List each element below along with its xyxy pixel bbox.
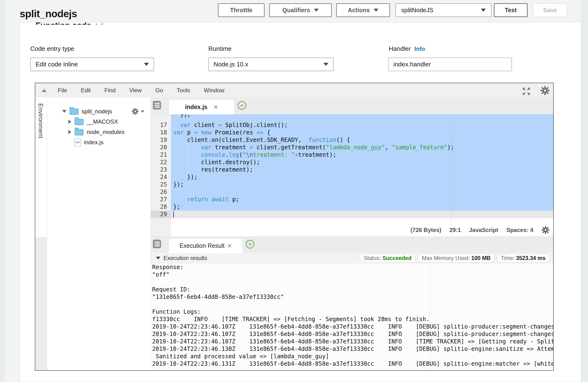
chevron-right-icon[interactable] xyxy=(68,130,71,134)
menu-item-tools[interactable]: Tools xyxy=(177,87,190,94)
throttle-label: Throttle xyxy=(230,7,252,14)
code-line-20[interactable]: var treatment = client.getTreatment("lam… xyxy=(171,144,553,151)
code-line-26[interactable] xyxy=(171,188,553,196)
indentation-setting[interactable]: Spaces: 4 xyxy=(506,227,533,233)
badge-time: Time: 3523.34 ms xyxy=(497,253,550,263)
save-button[interactable]: Save xyxy=(533,3,567,17)
editor-menubar: FileEditFindViewGoToolsWindow xyxy=(35,83,553,98)
text-cursor xyxy=(173,211,174,218)
line-number-gutter: 17181920212223242526272829 xyxy=(151,114,171,237)
folder-icon xyxy=(75,119,84,125)
gutter-line-number: 23 xyxy=(151,166,171,173)
tree-item-label: split_nodejs xyxy=(82,108,112,115)
tree-item-node_modules[interactable]: node_modules xyxy=(47,127,150,137)
file-tree: split_nodejs __MACOSXnode_modules<>index… xyxy=(47,97,151,370)
code-line-19[interactable]: client.on(client.Event.SDK_READY, functi… xyxy=(171,136,553,144)
caret-down-icon[interactable] xyxy=(141,111,144,113)
code-content[interactable]: }); var client = SplitObj.client();var p… xyxy=(171,114,553,218)
test-event-value: splitNodeJS xyxy=(401,7,433,14)
menu-item-view[interactable]: View xyxy=(129,87,142,94)
code-line-28[interactable]: }; xyxy=(171,203,553,211)
close-icon[interactable]: × xyxy=(228,242,232,249)
tab-list-icon[interactable] xyxy=(153,101,161,110)
collapse-results-icon[interactable] xyxy=(156,257,160,260)
gutter-line-number: 26 xyxy=(151,188,171,196)
gutter-line-number: 20 xyxy=(151,144,171,151)
code-line-25[interactable]: }); xyxy=(171,181,553,188)
result-tabbar: Execution Result × + xyxy=(151,237,553,253)
log-line: 2019-10-24T22:23:46.131Z 131e865f-6eb4-4… xyxy=(151,360,553,368)
badge-maxmemoryused: Max Memory Used: 100 MB xyxy=(418,253,495,263)
runtime-label: Runtime xyxy=(208,45,231,53)
tab-execution-result[interactable]: Execution Result × xyxy=(168,238,243,253)
gutter-line-number: 21 xyxy=(151,151,171,159)
qualifiers-button[interactable]: Qualifiers xyxy=(269,3,332,17)
indent-guide-line xyxy=(188,144,189,173)
execution-log-output: Response:"off"Request ID:"131e865f-6eb4-… xyxy=(151,264,553,370)
tree-item-label: node_modules xyxy=(87,129,124,135)
js-file-icon: <> xyxy=(74,138,81,146)
new-tab-icon[interactable]: + xyxy=(238,101,246,110)
code-line-24[interactable]: }); xyxy=(171,173,553,181)
editor-settings-gear-icon[interactable] xyxy=(540,86,550,96)
code-line-18[interactable]: var p = new Promise(res => { xyxy=(171,129,553,136)
gutter-line-number: 18 xyxy=(151,129,171,136)
menu-item-file[interactable]: File xyxy=(58,87,67,94)
code-line-17[interactable]: var client = SplitObj.client(); xyxy=(171,121,553,129)
code-line[interactable]: }); xyxy=(171,114,553,121)
actions-label: Actions xyxy=(348,7,370,14)
code-entry-type-select[interactable]: Edit code inline xyxy=(30,57,154,71)
code-entry-type-label: Code entry type xyxy=(30,45,74,53)
handler-info-link[interactable]: Info xyxy=(415,46,425,52)
throttle-button[interactable]: Throttle xyxy=(218,3,265,17)
close-icon[interactable]: × xyxy=(214,103,218,111)
caret-down-icon xyxy=(314,9,319,12)
tree-item-split_nodejs[interactable]: split_nodejs xyxy=(47,106,150,116)
print-margin-line xyxy=(451,114,451,237)
test-label: Test xyxy=(505,7,517,14)
language-mode[interactable]: JavaScript xyxy=(469,227,498,233)
gutter-line-number: 24 xyxy=(151,173,171,181)
editor-menu: FileEditFindViewGoToolsWindow xyxy=(58,87,224,94)
fullscreen-icon[interactable] xyxy=(522,87,531,97)
environment-tab[interactable]: Environment xyxy=(37,103,44,138)
test-button[interactable]: Test xyxy=(494,3,527,17)
tree-item-index.js[interactable]: <>index.js xyxy=(47,137,150,147)
menu-item-window[interactable]: Window xyxy=(204,87,224,94)
code-line-21[interactable]: console.log("\ntreatment: "+treatment); xyxy=(171,151,553,159)
section-heading-clipped: Function codeInfo xyxy=(36,22,106,25)
execution-results-title: Execution results xyxy=(164,255,207,262)
code-line-29[interactable] xyxy=(171,211,553,218)
statusbar-gear-icon[interactable] xyxy=(542,226,550,234)
handler-field[interactable] xyxy=(388,57,512,71)
log-line xyxy=(151,278,553,286)
editor-statusbar: (726 Bytes) 29:1 JavaScript Spaces: 4 xyxy=(410,224,550,236)
gutter-line-number: 19 xyxy=(151,136,171,144)
editor-main-area: index.js × + 17181920212223242526272829 … xyxy=(151,97,553,370)
folder-icon xyxy=(70,109,79,115)
cursor-position[interactable]: 29:1 xyxy=(449,227,461,233)
menu-item-edit[interactable]: Edit xyxy=(81,87,91,94)
menu-item-find[interactable]: Find xyxy=(105,87,116,94)
code-line-22[interactable]: client.destroy(); xyxy=(171,159,553,166)
code-line-23[interactable]: res(treatment); xyxy=(171,166,553,173)
log-line: Function Logs: xyxy=(151,308,553,316)
badge-status: Status: Succeeded xyxy=(359,253,416,263)
tab-execution-result-label: Execution Result xyxy=(180,242,225,249)
chevron-right-icon[interactable] xyxy=(68,120,71,124)
log-line: f13330cc INFO [TIME TRACKER] => [Fetchin… xyxy=(151,316,553,323)
test-event-select[interactable]: splitNodeJS xyxy=(396,3,491,17)
execution-results-header: Execution results Status: SucceededMax M… xyxy=(151,253,553,264)
menu-item-go[interactable]: Go xyxy=(155,87,163,94)
collapse-menubar-icon[interactable] xyxy=(42,89,47,92)
tree-settings-gear-icon[interactable] xyxy=(131,108,139,116)
tree-item-__MACOSX[interactable]: __MACOSX xyxy=(47,116,150,127)
runtime-select[interactable]: Node.js 10.x xyxy=(208,57,334,71)
actions-button[interactable]: Actions xyxy=(336,3,390,17)
tab-list-icon[interactable] xyxy=(153,240,161,248)
new-tab-icon[interactable]: + xyxy=(246,240,254,248)
chevron-down-icon[interactable] xyxy=(62,110,66,113)
log-line: 2019-10-24T22:23:46.107Z 131e865f-6eb4-4… xyxy=(151,323,553,330)
code-line-27[interactable]: return await p; xyxy=(171,196,553,203)
tab-index-js[interactable]: index.js × xyxy=(168,99,234,114)
